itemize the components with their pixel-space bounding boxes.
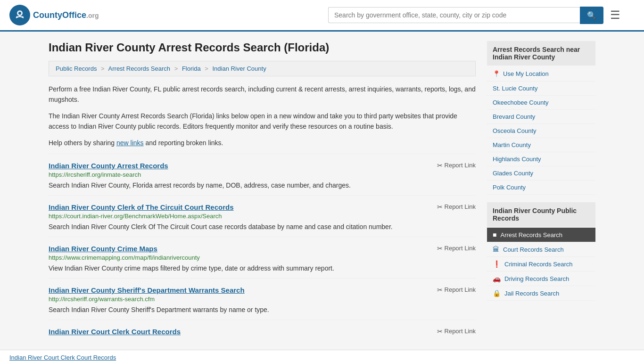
record-desc-2: View Indian River County crime maps filt… [49,263,476,273]
footer-link[interactable]: Indian River Court Clerk Court Records [9,354,116,361]
sidebar: Arrest Records Search near Indian River … [487,41,595,340]
record-url-3[interactable]: http://ircsheriff.org/warrants-search.cf… [49,296,476,303]
description-1: Perform a free Indian River County, FL p… [49,84,476,105]
page-title: Indian River County Arrest Records Searc… [49,41,476,54]
nearby-county-1[interactable]: Okeechobee County [487,96,595,110]
footer-bar: Indian River Court Clerk Court Records [0,350,644,362]
record-url-2[interactable]: https://www.crimemapping.com/map/fl/indi… [49,254,476,261]
record-title-4[interactable]: Indian River Court Clerk Court Records [49,328,181,336]
public-records-icon-0: ■ [493,231,496,239]
public-records-item-4[interactable]: 🔒 Jail Records Search [487,286,595,301]
scissors-icon: ✂ [437,286,443,294]
desc3-pre: Help others by sharing [49,139,116,147]
public-records-icon-4: 🔒 [493,289,501,297]
record-item: Indian River County Arrest Records ✂ Rep… [49,154,476,195]
nearby-county-5[interactable]: Highlands County [487,152,595,166]
record-item: Indian River County Sheriff's Department… [49,278,476,320]
record-title-1[interactable]: Indian River County Clerk of The Circuit… [49,203,234,211]
description-2: The Indian River County Arrest Records S… [49,111,476,132]
description-3: Help others by sharing new links and rep… [49,138,476,148]
breadcrumb-arrest-records[interactable]: Arrest Records Search [108,65,171,72]
record-desc-0: Search Indian River County, Florida arre… [49,181,476,190]
logo-text[interactable]: CountyOffice.org [33,10,99,20]
svg-point-4 [22,16,24,18]
record-title-3[interactable]: Indian River County Sheriff's Department… [49,286,245,294]
nearby-county-6[interactable]: Glades County [487,166,595,181]
record-header: Indian River Court Clerk Court Records ✂… [49,328,476,336]
report-link-3[interactable]: ✂ Report Link [437,286,476,294]
nearby-county-0[interactable]: St. Lucie County [487,82,595,96]
content-area: Indian River County Arrest Records Searc… [49,41,476,340]
breadcrumb-indian-river[interactable]: Indian River County [213,65,266,72]
record-item: Indian River County Crime Maps ✂ Report … [49,237,476,278]
public-records-list: ■ Arrest Records Search 🏛 Court Records … [487,228,595,301]
record-desc-3: Search Indian River County Sheriff's Dep… [49,305,476,315]
breadcrumb: Public Records > Arrest Records Search >… [49,61,476,76]
record-url-0[interactable]: https://ircsheriff.org/inmate-search [49,171,476,178]
record-title-0[interactable]: Indian River County Arrest Records [49,162,168,170]
record-item: Indian River County Clerk of The Circuit… [49,195,476,237]
nearby-county-7[interactable]: Polk County [487,181,595,195]
breadcrumb-florida[interactable]: Florida [182,65,201,72]
public-records-item-3[interactable]: 🚗 Driving Records Search [487,272,595,286]
report-link-4[interactable]: ✂ Report Link [437,328,476,335]
public-records-section-title: Indian River County Public Records [487,202,595,227]
record-desc-1: Search Indian River County Clerk Of The … [49,222,476,232]
public-records-icon-1: 🏛 [493,246,499,253]
logo-area: CountyOffice.org [9,5,99,25]
svg-point-2 [18,12,21,15]
svg-point-3 [16,16,18,18]
breadcrumb-sep-1: > [101,65,105,72]
record-header: Indian River County Clerk of The Circuit… [49,203,476,211]
record-header: Indian River County Crime Maps ✂ Report … [49,245,476,253]
public-records-icon-2: ❗ [493,260,501,268]
logo-icon [9,5,30,25]
breadcrumb-public-records[interactable]: Public Records [56,65,97,72]
report-link-2[interactable]: ✂ Report Link [437,245,476,252]
scissors-icon: ✂ [437,162,443,169]
nearby-county-2[interactable]: Brevard County [487,110,595,124]
scissors-icon: ✂ [437,328,443,335]
public-records-label-4: Jail Records Search [504,290,559,297]
scissors-icon: ✂ [437,203,443,211]
main-container: Indian River County Arrest Records Searc… [39,32,605,350]
public-records-label-1: Court Records Search [503,246,564,253]
new-links-link[interactable]: new links [116,139,144,147]
location-pin-icon: 📍 [493,70,500,77]
record-title-2[interactable]: Indian River County Crime Maps [49,245,157,253]
nearby-section-title: Arrest Records Search near Indian River … [487,41,595,66]
nearby-counties-list: St. Lucie CountyOkeechobee CountyBrevard… [487,82,595,195]
public-records-item-2[interactable]: ❗ Criminal Records Search [487,257,595,272]
scissors-icon: ✂ [437,245,443,252]
nearby-county-4[interactable]: Martin County [487,138,595,152]
header: CountyOffice.org 🔍 ☰ [0,0,644,32]
records-list: Indian River County Arrest Records ✂ Rep… [49,154,476,340]
public-records-label-3: Driving Records Search [504,275,569,282]
record-url-1[interactable]: https://court.indian-river.org/Benchmark… [49,213,476,220]
public-records-label-2: Criminal Records Search [504,261,573,268]
public-records-label-0: Arrest Records Search [500,231,562,239]
breadcrumb-sep-2: > [174,65,178,72]
public-records-item-0[interactable]: ■ Arrest Records Search [487,228,595,242]
search-button[interactable]: 🔍 [580,7,603,24]
use-my-location[interactable]: 📍 Use My Location [487,66,595,82]
public-records-icon-3: 🚗 [493,275,501,282]
breadcrumb-sep-3: > [205,65,208,72]
record-header: Indian River County Arrest Records ✂ Rep… [49,162,476,170]
report-link-1[interactable]: ✂ Report Link [437,203,476,211]
hamburger-menu-icon[interactable]: ☰ [610,8,620,22]
desc3-post: and reporting broken links. [144,139,223,147]
record-item: Indian River Court Clerk Court Records ✂… [49,320,476,340]
public-records-item-1[interactable]: 🏛 Court Records Search [487,242,595,257]
nearby-county-3[interactable]: Osceola County [487,124,595,138]
search-area: 🔍 ☰ [328,7,620,24]
report-link-0[interactable]: ✂ Report Link [437,162,476,169]
record-header: Indian River County Sheriff's Department… [49,286,476,294]
search-input[interactable] [328,7,580,23]
